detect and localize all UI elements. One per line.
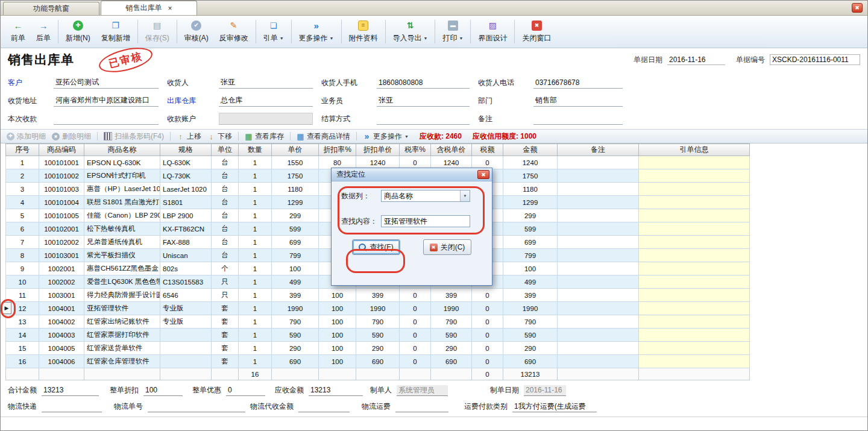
cell[interactable]: [639, 183, 750, 196]
toolbar-button-new[interactable]: ✚新增(N): [60, 17, 96, 46]
cell[interactable]: 1750: [503, 169, 558, 183]
cell[interactable]: 100: [272, 262, 319, 275]
cell[interactable]: 16: [6, 355, 39, 368]
tab-function-nav[interactable]: 功能导航窗: [3, 2, 99, 15]
footer-value[interactable]: 13213: [42, 385, 99, 396]
toolbar-button-more[interactable]: »更多操作▼: [294, 17, 339, 46]
cell[interactable]: [558, 275, 639, 289]
column-header[interactable]: 数量: [239, 144, 272, 156]
cell[interactable]: 1550: [272, 156, 319, 169]
cell[interactable]: 台: [212, 196, 239, 209]
cell[interactable]: EPSON LQ-630K: [84, 156, 160, 169]
tab-close-icon[interactable]: ×: [168, 5, 172, 12]
cell[interactable]: FAX-888: [160, 236, 212, 249]
cell[interactable]: 1: [239, 156, 272, 169]
cell[interactable]: 台: [212, 249, 239, 262]
detail-button-barcode[interactable]: 扫描条形码(F4): [104, 131, 164, 142]
cell[interactable]: 0: [472, 355, 503, 368]
cell[interactable]: [558, 315, 639, 329]
field-payment-account[interactable]: [219, 113, 313, 125]
chevron-down-icon[interactable]: ▼: [460, 190, 470, 201]
cell[interactable]: 红管家仓库管理软件: [84, 355, 160, 368]
detail-button-stock[interactable]: ▦查看库存: [245, 131, 284, 142]
cell[interactable]: 红管家送货单软件: [84, 342, 160, 355]
cell[interactable]: 1: [239, 209, 272, 222]
search-content-input[interactable]: [381, 215, 470, 227]
cell[interactable]: 1990: [431, 302, 472, 315]
cell[interactable]: [160, 342, 212, 355]
cell[interactable]: 100: [319, 355, 356, 368]
cell[interactable]: EPSON针式打印机: [84, 169, 160, 183]
cell[interactable]: 690: [272, 355, 319, 368]
cell[interactable]: 0: [472, 302, 503, 315]
cell[interactable]: [558, 289, 639, 302]
cell[interactable]: 1990: [356, 302, 400, 315]
cell[interactable]: 299: [503, 209, 558, 222]
cell[interactable]: 499: [503, 275, 558, 289]
cell[interactable]: 1: [239, 222, 272, 236]
cell[interactable]: 100101005: [39, 209, 84, 222]
cell[interactable]: 1990: [503, 302, 558, 315]
cell[interactable]: 802s: [160, 262, 212, 275]
column-header[interactable]: 单价: [272, 144, 319, 156]
field-salesman[interactable]: 张亚: [377, 95, 470, 107]
field-remark[interactable]: [533, 113, 623, 125]
cell[interactable]: 15: [6, 342, 39, 355]
cell[interactable]: [558, 329, 639, 342]
footer-value[interactable]: 2016-11-16: [524, 385, 566, 396]
cell[interactable]: [639, 329, 750, 342]
cell[interactable]: 100: [319, 342, 356, 355]
cell[interactable]: 联想 S1801 黑白激光打印: [84, 196, 160, 209]
cell[interactable]: [558, 196, 639, 209]
cell[interactable]: C13S015583: [160, 275, 212, 289]
cell[interactable]: 0: [472, 329, 503, 342]
cell[interactable]: 11: [6, 289, 39, 302]
table-row[interactable]: 161004006红管家仓库管理软件套169010069006900690: [6, 355, 750, 368]
cell[interactable]: 599: [272, 222, 319, 236]
cell[interactable]: 8: [6, 249, 39, 262]
detail-button-dmore[interactable]: »更多操作▼: [363, 131, 409, 142]
toolbar-button-copy[interactable]: ❐复制新增: [96, 17, 136, 46]
cell[interactable]: 290: [356, 342, 400, 355]
cell[interactable]: 套: [212, 355, 239, 368]
footer-value[interactable]: 100: [143, 385, 183, 396]
field-settlement-method[interactable]: [377, 113, 470, 125]
cell[interactable]: [639, 289, 750, 302]
cell[interactable]: 1: [239, 249, 272, 262]
cell[interactable]: 299: [272, 209, 319, 222]
column-header[interactable]: 商品名称: [84, 144, 160, 156]
cell[interactable]: 590: [356, 329, 400, 342]
cell[interactable]: 爱普生LQ630K 黑色色带: [84, 275, 160, 289]
cell[interactable]: 1: [239, 275, 272, 289]
toolbar-button-design[interactable]: ▨界面设计: [473, 17, 512, 46]
cell[interactable]: 1004006: [39, 355, 84, 368]
cell[interactable]: 290: [503, 342, 558, 355]
cell[interactable]: [639, 342, 750, 355]
cell[interactable]: 1004003: [39, 329, 84, 342]
column-header[interactable]: 序号: [6, 144, 39, 156]
cell[interactable]: LBP 2900: [160, 209, 212, 222]
dialog-titlebar[interactable]: 查找定位 ✖: [332, 168, 492, 181]
cell[interactable]: 100102002: [39, 236, 84, 249]
cell[interactable]: 799: [272, 249, 319, 262]
cell[interactable]: 1299: [503, 196, 558, 209]
cell[interactable]: 100: [319, 329, 356, 342]
cell[interactable]: 290: [431, 342, 472, 355]
doc-date-field[interactable]: 2016-11-16: [667, 54, 725, 65]
cell[interactable]: [160, 355, 212, 368]
toolbar-button-print[interactable]: ▬打印▼: [437, 17, 468, 46]
cell[interactable]: 1003001: [39, 289, 84, 302]
column-header[interactable]: 引单信息: [639, 144, 750, 156]
data-column-select[interactable]: 商品名称 ▼: [381, 190, 470, 202]
cell[interactable]: 1299: [272, 196, 319, 209]
cell[interactable]: 1: [239, 329, 272, 342]
cell[interactable]: S1801: [160, 196, 212, 209]
cell[interactable]: 0: [400, 302, 431, 315]
cell[interactable]: 1: [239, 355, 272, 368]
cell[interactable]: 1004002: [39, 315, 84, 329]
cell[interactable]: 3: [6, 183, 39, 196]
cell[interactable]: 100101003: [39, 183, 84, 196]
cell[interactable]: 1002002: [39, 275, 84, 289]
close-button[interactable]: ✖ 关闭(C): [423, 239, 471, 255]
cell[interactable]: 100: [503, 262, 558, 275]
